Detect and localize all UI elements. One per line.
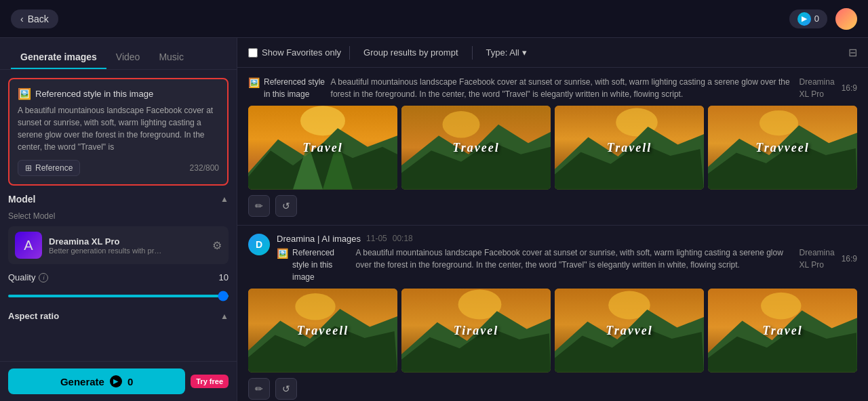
generate-bar: Generate ▶ 0 Try free <box>0 361 237 401</box>
prompt-emoji: 🖼️ <box>18 87 31 100</box>
collapse-panel-button[interactable]: ⊟ <box>848 46 857 59</box>
group-2-retry-button[interactable]: ↺ <box>275 378 297 400</box>
prompt-box: 🖼️ Referenced style in this image A beau… <box>8 78 229 186</box>
credit-icon: ▶ <box>797 12 811 26</box>
reference-label: Reference <box>35 163 73 173</box>
quality-info-icon: i <box>39 273 48 282</box>
result-group-1: 🖼️ Referenced style in this image A beau… <box>237 68 868 226</box>
group-2-time2: 00:18 <box>393 234 413 243</box>
group-2-referenced-label: Referenced style in this image <box>292 247 352 283</box>
model-collapse-icon[interactable]: ▲ <box>220 194 229 204</box>
reference-button[interactable]: ⊞ Reference <box>18 160 80 176</box>
image-card-1-4[interactable]: Travveel <box>708 106 857 190</box>
group-2-emoji: 🖼️ <box>277 247 288 261</box>
generate-play-icon: ▶ <box>110 375 122 387</box>
user-avatar[interactable] <box>835 8 857 30</box>
image-2-1-text: Traveell <box>297 323 349 337</box>
model-icon-text: A <box>24 238 33 253</box>
group-2-time: 11-05 <box>366 234 387 243</box>
model-section-title: Model <box>8 194 35 205</box>
quality-slider[interactable] <box>8 295 229 297</box>
toolbar-divider-1 <box>349 46 350 60</box>
generate-count: 0 <box>127 376 133 387</box>
group-1-ratio: 16:9 <box>842 82 857 94</box>
image-card-2-2[interactable]: Tiravel <box>401 289 551 373</box>
select-model-label: Select Model <box>8 211 229 221</box>
credit-badge: ▶ 0 <box>789 9 827 28</box>
group-1-images-grid: Travel <box>248 106 857 190</box>
sidebar-tabs: Generate images Video Music <box>0 38 237 70</box>
char-count: 232/800 <box>190 163 219 173</box>
group-2-prompt: 🖼️ Referenced style in this image A beau… <box>277 247 857 283</box>
image-2-3-text: Travvel <box>606 323 652 337</box>
tab-music[interactable]: Music <box>149 46 193 69</box>
topbar: ‹ Back ▶ 0 <box>0 0 868 38</box>
tab-video[interactable]: Video <box>106 46 150 69</box>
show-favorites-label: Show Favorites only <box>262 47 341 58</box>
image-card-1-2[interactable]: Traveel <box>401 106 551 190</box>
group-2-header-row: D Dreamina | AI images 11-05 00:18 🖼️ Re… <box>248 234 857 283</box>
quality-value: 10 <box>219 272 229 282</box>
image-card-1-1[interactable]: Travel <box>248 106 397 190</box>
result-group-2: D Dreamina | AI images 11-05 00:18 🖼️ Re… <box>237 226 868 401</box>
group-1-meta: Dreamina XL Pro 16:9 <box>800 76 857 100</box>
group-2-edit-button[interactable]: ✏ <box>248 378 270 400</box>
main-layout: Generate images Video Music 🖼️ Reference… <box>0 38 868 401</box>
back-label: Back <box>28 14 49 24</box>
image-card-2-1[interactable]: Traveell <box>248 289 397 373</box>
aspect-ratio-header: Aspect ratio ▲ <box>8 311 229 321</box>
prompt-text[interactable]: A beautiful mountainous landscape Facebo… <box>18 104 219 153</box>
group-2-avatar: D <box>248 234 270 255</box>
aspect-ratio-collapse-icon[interactable]: ▲ <box>220 312 229 321</box>
type-filter-button[interactable]: Type: All ▾ <box>481 45 532 60</box>
svg-point-19 <box>295 293 335 320</box>
group-1-retry-button[interactable]: ↺ <box>275 195 297 217</box>
group-2-author: Dreamina | AI images <box>277 234 361 244</box>
image-2-4-text: Travel <box>762 323 802 337</box>
group-2-title-row: Dreamina | AI images 11-05 00:18 <box>277 234 857 244</box>
image-card-2-4[interactable]: Travel <box>708 289 857 373</box>
image-2-2-text: Tiravel <box>454 323 498 337</box>
group-1-referenced-label: Referenced style in this image <box>264 76 327 100</box>
svg-point-7 <box>443 111 480 138</box>
type-filter-label: Type: All <box>486 47 519 58</box>
reference-icon: ⊞ <box>25 163 32 173</box>
group-1-emoji: 🖼️ <box>248 76 260 90</box>
image-1-1-text: Travel <box>302 140 342 154</box>
group-by-prompt-button[interactable]: Group results by prompt <box>358 45 463 60</box>
model-settings-icon[interactable]: ⚙ <box>212 239 222 252</box>
back-button[interactable]: ‹ Back <box>11 9 58 28</box>
group-1-prompt: 🖼️ Referenced style in this image A beau… <box>248 76 857 100</box>
group-1-edit-button[interactable]: ✏ <box>248 195 270 217</box>
quality-row: Quality i 10 <box>8 272 229 282</box>
try-free-badge[interactable]: Try free <box>191 375 229 388</box>
image-1-3-text: Travell <box>607 140 652 154</box>
group-2-ratio: 16:9 <box>842 253 857 265</box>
image-card-2-3[interactable]: Travvel <box>555 289 704 373</box>
prompt-referenced-label: Referenced style in this image <box>35 89 153 99</box>
group-2-prompt-text: A beautiful mountainous landscape Facebo… <box>356 247 790 271</box>
content-scroll: 🖼️ Referenced style in this image A beau… <box>237 68 868 401</box>
group-2-meta: Dreamina XL Pro 16:9 <box>800 247 857 271</box>
quality-label: Quality i <box>8 272 48 282</box>
content-toolbar: Show Favorites only Group results by pro… <box>237 38 868 68</box>
group-2-actions: ✏ ↺ <box>248 378 857 400</box>
model-name: Dreamina XL Pro <box>49 236 205 247</box>
sidebar: Generate images Video Music 🖼️ Reference… <box>0 38 237 401</box>
model-info: Dreamina XL Pro Better generation result… <box>49 236 205 255</box>
image-1-2-text: Traveel <box>452 140 499 154</box>
prompt-footer: ⊞ Reference 232/800 <box>18 160 219 176</box>
group-1-actions: ✏ ↺ <box>248 195 857 217</box>
show-favorites-checkbox[interactable] <box>248 48 258 58</box>
prompt-header: 🖼️ Referenced style in this image <box>18 87 219 100</box>
model-description: Better generation results with profe... <box>49 247 164 255</box>
image-1-4-text: Travveel <box>755 140 809 154</box>
model-card[interactable]: A Dreamina XL Pro Better generation resu… <box>8 226 229 264</box>
topbar-right: ▶ 0 <box>789 8 857 30</box>
model-section-header: Model ▲ <box>8 194 229 205</box>
image-card-1-3[interactable]: Travell <box>555 106 704 190</box>
group-1-model: Dreamina XL Pro <box>800 76 835 100</box>
toolbar-divider-2 <box>472 46 473 60</box>
tab-generate-images[interactable]: Generate images <box>11 46 106 69</box>
generate-button[interactable]: Generate ▶ 0 <box>8 368 185 394</box>
